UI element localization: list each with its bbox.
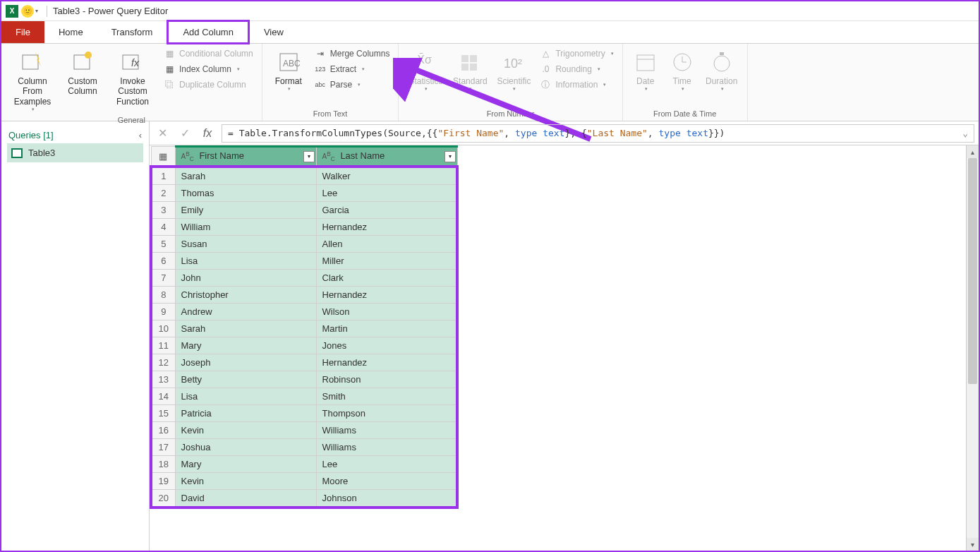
cell-last-name[interactable]: Williams bbox=[316, 422, 457, 439]
cell-first-name[interactable]: Kevin bbox=[175, 422, 316, 439]
cell-first-name[interactable]: Betty bbox=[175, 371, 316, 388]
merge-columns-button[interactable]: ⇥Merge Columns bbox=[312, 47, 393, 61]
row-number[interactable]: 10 bbox=[151, 320, 175, 337]
column-from-examples-button[interactable]: Column From Examples▾ bbox=[7, 47, 58, 114]
table-row[interactable]: 6LisaMiller bbox=[151, 253, 457, 270]
cell-last-name[interactable]: Johnson bbox=[316, 490, 457, 508]
cell-first-name[interactable]: John bbox=[175, 270, 316, 287]
statistics-button[interactable]: X̄σ Statistics▾ bbox=[404, 47, 447, 94]
cell-first-name[interactable]: William bbox=[175, 219, 316, 236]
conditional-column-button[interactable]: ▦Conditional Column bbox=[161, 47, 256, 61]
cell-first-name[interactable]: Kevin bbox=[175, 473, 316, 490]
standard-button[interactable]: Standard▾ bbox=[449, 47, 490, 94]
format-button[interactable]: ABC Format▾ bbox=[268, 47, 309, 94]
table-row[interactable]: 1SarahWalker bbox=[151, 167, 457, 185]
cell-first-name[interactable]: Christopher bbox=[175, 287, 316, 304]
date-button[interactable]: Date▾ bbox=[629, 47, 663, 94]
cell-last-name[interactable]: Walker bbox=[316, 167, 457, 185]
table-row[interactable]: 4WilliamHernandez bbox=[151, 219, 457, 236]
query-item-table3[interactable]: Table3 bbox=[7, 143, 143, 162]
table-row[interactable]: 5SusanAllen bbox=[151, 236, 457, 253]
qat-dropdown-icon[interactable]: ▾ bbox=[35, 8, 38, 14]
table-row[interactable]: 19KevinMoore bbox=[151, 473, 457, 490]
cell-last-name[interactable]: Martin bbox=[316, 320, 457, 337]
cell-first-name[interactable]: Sarah bbox=[175, 167, 316, 185]
parse-button[interactable]: abcParse▾ bbox=[312, 78, 393, 92]
table-row[interactable]: 8ChristopherHernandez bbox=[151, 287, 457, 304]
row-number[interactable]: 11 bbox=[151, 337, 175, 354]
cancel-formula-button[interactable]: ✕ bbox=[154, 125, 171, 142]
rounding-button[interactable]: .0Rounding▾ bbox=[537, 62, 616, 76]
row-number[interactable]: 18 bbox=[151, 456, 175, 473]
cell-last-name[interactable]: Smith bbox=[316, 388, 457, 405]
cell-first-name[interactable]: Thomas bbox=[175, 185, 316, 202]
table-row[interactable]: 16KevinWilliams bbox=[151, 422, 457, 439]
row-number[interactable]: 17 bbox=[151, 439, 175, 456]
cell-first-name[interactable]: Sarah bbox=[175, 320, 316, 337]
row-number[interactable]: 2 bbox=[151, 185, 175, 202]
invoke-custom-function-button[interactable]: fx Invoke Custom Function bbox=[107, 47, 158, 108]
table-row[interactable]: 11MaryJones bbox=[151, 337, 457, 354]
cell-first-name[interactable]: Susan bbox=[175, 236, 316, 253]
row-number[interactable]: 5 bbox=[151, 236, 175, 253]
row-number[interactable]: 12 bbox=[151, 354, 175, 371]
table-row[interactable]: 15PatriciaThompson bbox=[151, 405, 457, 422]
cell-last-name[interactable]: Moore bbox=[316, 473, 457, 490]
row-number[interactable]: 14 bbox=[151, 388, 175, 405]
cell-last-name[interactable]: Thompson bbox=[316, 405, 457, 422]
row-number[interactable]: 7 bbox=[151, 270, 175, 287]
cell-last-name[interactable]: Allen bbox=[316, 236, 457, 253]
cell-last-name[interactable]: Lee bbox=[316, 185, 457, 202]
queries-header[interactable]: Queries [1] ‹ bbox=[7, 127, 143, 143]
scroll-thumb[interactable] bbox=[968, 158, 977, 384]
row-number[interactable]: 16 bbox=[151, 422, 175, 439]
cell-first-name[interactable]: Lisa bbox=[175, 388, 316, 405]
select-all-corner[interactable]: ▦ bbox=[151, 147, 175, 167]
cell-last-name[interactable]: Hernandez bbox=[316, 287, 457, 304]
row-number[interactable]: 20 bbox=[151, 490, 175, 508]
table-row[interactable]: 17JoshuaWilliams bbox=[151, 439, 457, 456]
custom-column-button[interactable]: Custom Column bbox=[61, 47, 104, 98]
cell-last-name[interactable]: Wilson bbox=[316, 304, 457, 320]
column-header-first-name[interactable]: ABC First Name ▾ bbox=[175, 147, 316, 167]
cell-first-name[interactable]: Andrew bbox=[175, 304, 316, 320]
cell-last-name[interactable]: Garcia bbox=[316, 202, 457, 219]
trigonometry-button[interactable]: △Trigonometry▾ bbox=[537, 47, 616, 61]
cell-last-name[interactable]: Clark bbox=[316, 270, 457, 287]
cell-last-name[interactable]: Hernandez bbox=[316, 354, 457, 371]
index-column-button[interactable]: ▦Index Column▾ bbox=[161, 62, 256, 76]
scroll-down-icon[interactable]: ▾ bbox=[967, 538, 979, 551]
tab-home[interactable]: Home bbox=[44, 21, 97, 43]
formula-input[interactable]: = Table.TransformColumnTypes(Source,{{"F… bbox=[222, 124, 974, 143]
time-button[interactable]: Time▾ bbox=[665, 47, 699, 94]
data-grid[interactable]: ▦ ABC First Name ▾ ABC Last Name ▾ 1 bbox=[150, 145, 459, 509]
cell-first-name[interactable]: Joshua bbox=[175, 439, 316, 456]
table-row[interactable]: 9AndrewWilson bbox=[151, 304, 457, 320]
row-number[interactable]: 1 bbox=[151, 167, 175, 185]
cell-last-name[interactable]: Robinson bbox=[316, 371, 457, 388]
cell-last-name[interactable]: Miller bbox=[316, 253, 457, 270]
row-number[interactable]: 4 bbox=[151, 219, 175, 236]
duplicate-column-button[interactable]: ⿻Duplicate Column bbox=[161, 78, 256, 92]
cell-first-name[interactable]: Emily bbox=[175, 202, 316, 219]
row-number[interactable]: 9 bbox=[151, 304, 175, 320]
table-row[interactable]: 7JohnClark bbox=[151, 270, 457, 287]
cell-first-name[interactable]: Mary bbox=[175, 456, 316, 473]
scroll-up-icon[interactable]: ▴ bbox=[967, 145, 979, 158]
row-number[interactable]: 19 bbox=[151, 473, 175, 490]
expand-formula-icon[interactable]: ⌄ bbox=[962, 128, 968, 138]
table-row[interactable]: 3EmilyGarcia bbox=[151, 202, 457, 219]
smile-icon[interactable]: 🙂 bbox=[21, 5, 34, 18]
cell-first-name[interactable]: David bbox=[175, 490, 316, 508]
information-button[interactable]: ⓘInformation▾ bbox=[537, 78, 616, 92]
scientific-button[interactable]: 10² Scientific▾ bbox=[493, 47, 534, 94]
row-number[interactable]: 13 bbox=[151, 371, 175, 388]
cell-first-name[interactable]: Joseph bbox=[175, 354, 316, 371]
table-row[interactable]: 10SarahMartin bbox=[151, 320, 457, 337]
table-row[interactable]: 13BettyRobinson bbox=[151, 371, 457, 388]
tab-transform[interactable]: Transform bbox=[97, 21, 167, 43]
vertical-scrollbar[interactable]: ▴ ▾ bbox=[966, 145, 979, 551]
column-filter-dropdown[interactable]: ▾ bbox=[303, 151, 315, 162]
column-header-last-name[interactable]: ABC Last Name ▾ bbox=[316, 147, 457, 167]
cell-last-name[interactable]: Hernandez bbox=[316, 219, 457, 236]
